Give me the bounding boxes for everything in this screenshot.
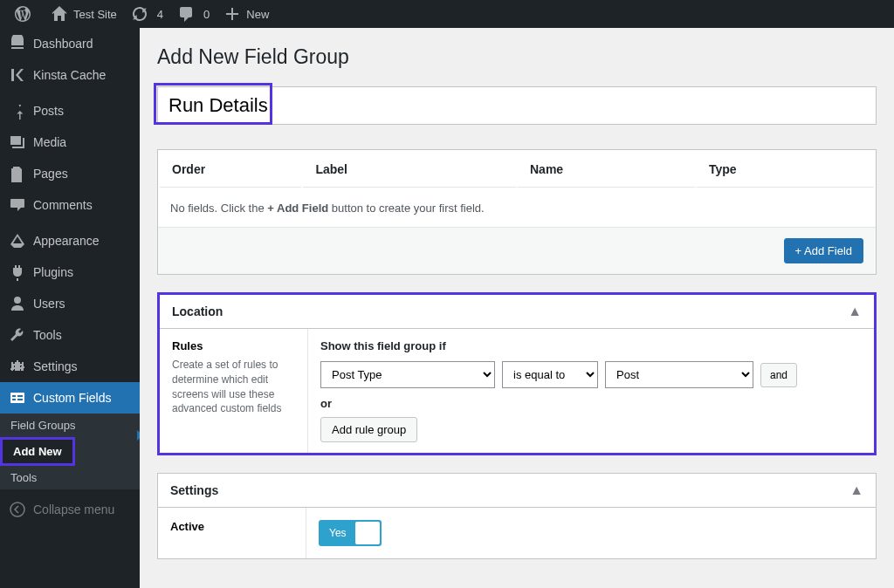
plugins-icon xyxy=(9,263,26,281)
collapse-menu[interactable]: Collapse menu xyxy=(0,494,140,525)
sidebar-item-media[interactable]: Media xyxy=(0,126,140,158)
sidebar-item-pages[interactable]: Pages xyxy=(0,158,140,189)
appearance-icon xyxy=(9,232,26,250)
new-content-link[interactable]: New xyxy=(217,0,276,28)
location-body: Rules Create a set of rules to determine… xyxy=(160,329,874,453)
page-title: Add New Field Group xyxy=(157,45,877,69)
no-fields-message: No fields. Click the + Add Field button … xyxy=(158,189,876,228)
svg-rect-4 xyxy=(16,363,19,365)
sidebar-item-appearance[interactable]: Appearance xyxy=(0,225,140,256)
updates-link[interactable]: 4 xyxy=(124,0,170,28)
fields-footer: + Add Field xyxy=(158,228,876,274)
new-label: New xyxy=(246,8,269,21)
svg-rect-8 xyxy=(12,399,16,400)
admin-sidebar: Dashboard Kinsta Cache Posts Media Pages… xyxy=(0,28,140,588)
active-toggle[interactable]: Yes xyxy=(319,520,382,546)
add-rule-group-button[interactable]: Add rule group xyxy=(320,417,417,442)
submenu-add-new[interactable]: Add New xyxy=(0,437,75,466)
update-icon xyxy=(131,5,148,23)
settings-title: Settings xyxy=(170,483,218,497)
custom-fields-submenu: Field Groups Add New Tools xyxy=(0,414,140,489)
custom-fields-icon xyxy=(9,389,26,407)
fields-table: Order Label Name Type xyxy=(158,150,876,189)
svg-rect-6 xyxy=(10,393,24,403)
plus-icon xyxy=(224,5,241,23)
sidebar-item-comments[interactable]: Comments xyxy=(0,189,140,221)
comments-count: 0 xyxy=(203,8,210,21)
settings-header: Settings ▲ xyxy=(158,474,876,508)
admin-bar: Test Site 4 0 New xyxy=(0,0,894,28)
collapse-icon xyxy=(9,501,26,518)
field-group-title-wrap: Run Details xyxy=(157,86,877,125)
sidebar-item-posts[interactable]: Posts xyxy=(0,95,140,126)
location-title: Location xyxy=(172,304,223,318)
submenu-tools[interactable]: Tools xyxy=(0,466,140,489)
location-header: Location ▲ xyxy=(160,295,874,329)
sidebar-item-custom-fields[interactable]: Custom Fields xyxy=(0,382,140,414)
show-if-label: Show this field group if xyxy=(320,339,862,352)
rule-and-button[interactable]: and xyxy=(760,363,797,387)
settings-panel: Settings ▲ Active Yes xyxy=(157,473,877,559)
col-order: Order xyxy=(160,152,301,188)
comments-icon xyxy=(9,196,26,214)
sidebar-item-dashboard[interactable]: Dashboard xyxy=(0,28,140,59)
toggle-yes-label: Yes xyxy=(320,527,355,539)
rules-description: Create a set of rules to determine which… xyxy=(172,358,295,416)
svg-rect-10 xyxy=(17,399,23,400)
rule-value-select[interactable]: Post xyxy=(605,361,753,388)
settings-icon xyxy=(9,358,26,375)
svg-rect-7 xyxy=(12,395,16,397)
comments-link[interactable]: 0 xyxy=(170,0,217,28)
or-label: or xyxy=(320,397,862,410)
dashboard-icon xyxy=(9,35,26,52)
pages-icon xyxy=(9,165,26,182)
field-group-title-input[interactable] xyxy=(157,86,877,125)
svg-rect-3 xyxy=(10,368,14,370)
sidebar-item-settings[interactable]: Settings xyxy=(0,351,140,382)
col-label: Label xyxy=(303,152,516,188)
kinsta-icon xyxy=(9,66,26,84)
svg-point-11 xyxy=(10,503,24,516)
svg-rect-9 xyxy=(17,395,23,397)
svg-rect-5 xyxy=(21,366,24,368)
rule-param-select[interactable]: Post Type xyxy=(320,361,495,388)
add-field-button[interactable]: + Add Field xyxy=(784,238,863,263)
sidebar-item-kinsta-cache[interactable]: Kinsta Cache xyxy=(0,59,140,91)
users-icon xyxy=(9,295,26,312)
site-name-link[interactable]: Test Site xyxy=(44,0,124,28)
location-rules-main: Show this field group if Post Type is eq… xyxy=(308,329,874,453)
active-label: Active xyxy=(158,508,306,558)
comment-icon xyxy=(177,5,195,23)
col-type: Type xyxy=(697,152,874,188)
tools-icon xyxy=(9,326,26,344)
location-toggle[interactable]: ▲ xyxy=(848,304,862,319)
settings-toggle[interactable]: ▲ xyxy=(849,482,863,498)
location-panel: Location ▲ Rules Create a set of rules t… xyxy=(157,292,877,455)
col-name: Name xyxy=(518,152,695,188)
main-content: Add New Field Group Run Details Order La… xyxy=(140,28,894,588)
location-rules-sidebar: Rules Create a set of rules to determine… xyxy=(160,329,308,453)
pin-icon xyxy=(9,102,26,120)
media-icon xyxy=(9,133,26,151)
submenu-field-groups[interactable]: Field Groups xyxy=(0,414,140,437)
sidebar-item-users[interactable]: Users xyxy=(0,288,140,319)
wordpress-icon xyxy=(14,5,31,23)
sidebar-item-plugins[interactable]: Plugins xyxy=(0,256,140,288)
settings-body: Active Yes xyxy=(158,508,876,558)
home-icon xyxy=(51,5,68,23)
rule-operator-select[interactable]: is equal to xyxy=(502,361,598,388)
rules-heading: Rules xyxy=(172,339,295,352)
updates-count: 4 xyxy=(157,8,163,21)
site-name: Test Site xyxy=(73,8,117,21)
fields-panel: Order Label Name Type No fields. Click t… xyxy=(157,149,877,275)
sidebar-item-tools[interactable]: Tools xyxy=(0,319,140,351)
toggle-handle xyxy=(355,522,380,544)
active-control: Yes xyxy=(306,508,876,558)
rule-row: Post Type is equal to Post and xyxy=(320,361,862,388)
wp-logo[interactable] xyxy=(7,0,44,28)
